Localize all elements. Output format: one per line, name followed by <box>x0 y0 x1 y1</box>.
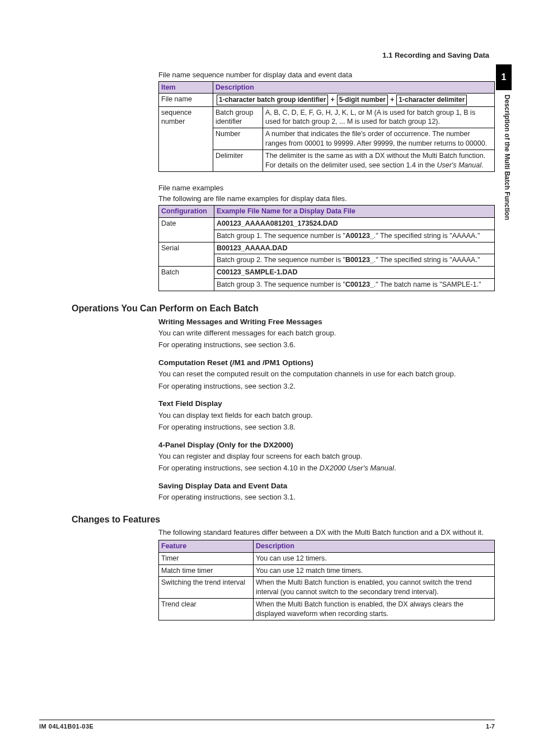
saving-data-heading: Saving Display Data and Event Data <box>158 481 495 491</box>
footer-page-num: 1-7 <box>486 722 495 731</box>
four-panel-p1: You can register and display four screen… <box>158 451 495 461</box>
writing-messages-p1: You can write different messages for eac… <box>158 328 495 338</box>
page-footer: IM 04L41B01-03E 1-7 <box>39 720 495 731</box>
four-panel-p2: For operating instructions, see section … <box>158 463 495 473</box>
plus-icon: + <box>330 96 334 104</box>
cell-date-desc: Batch group 1. The sequence number is "A… <box>214 230 495 242</box>
computation-reset-p2: For operating instructions, see section … <box>158 381 495 391</box>
changes-heading: Changes to Features <box>72 514 495 526</box>
changes-table: Feature Description Timer You can use 12… <box>158 540 495 620</box>
cell-bgi-label: Batch group identifier <box>213 106 263 128</box>
cell-timer-f: Timer <box>159 552 254 564</box>
computation-reset-p1: You can reset the computed result on the… <box>158 369 495 379</box>
cell-delimiter-desc: The delimiter is the same as with a DX w… <box>263 150 495 172</box>
th-description: Description <box>213 81 495 94</box>
format-box-2: 5-digit number <box>337 95 388 105</box>
chapter-number: 1 <box>496 64 512 90</box>
cell-delimiter-label: Delimiter <box>213 150 263 172</box>
th-feature: Feature <box>159 540 254 552</box>
examples-intro: The following are file name examples for… <box>158 194 495 204</box>
writing-messages-p2: For operating instructions, see section … <box>158 340 495 350</box>
changes-intro: The following standard features differ b… <box>158 528 495 538</box>
text-field-p2: For operating instructions, see section … <box>158 422 495 432</box>
four-panel-heading: 4-Panel Display (Only for the DX2000) <box>158 440 495 450</box>
footer-doc-id: IM 04L41B01-03E <box>39 722 93 731</box>
cell-bgi-desc: A, B, C, D, E, F, G, H, J, K, L, or M (A… <box>263 106 495 128</box>
cell-tc-d: When the Multi Batch function is enabled… <box>254 599 495 620</box>
cell-date-filename: A00123_AAAAA081201_173524.DAD <box>214 217 495 230</box>
table1-caption: File name sequence number for display da… <box>158 70 495 80</box>
cell-sti-f: Switching the trend interval <box>159 577 254 599</box>
cell-serial-filename: B00123_AAAAA.DAD <box>214 242 495 254</box>
th-configuration: Configuration <box>159 205 214 217</box>
th-item: Item <box>159 81 213 94</box>
cell-date-label: Date <box>159 217 214 242</box>
cell-sti-d: When the Multi Batch function is enabled… <box>254 577 495 599</box>
cell-mtt-d: You can use 12 match time timers. <box>254 564 495 577</box>
row-seq-item: sequence number <box>159 106 213 171</box>
row-file-name-item: File name <box>159 94 213 106</box>
file-name-sequence-table: Item Description File name 1-character b… <box>158 81 495 172</box>
th-desc: Description <box>254 540 495 552</box>
cell-number-desc: A number that indicates the file's order… <box>263 128 495 150</box>
operations-heading: Operations You Can Perform on Each Batch <box>72 302 495 315</box>
examples-title: File name examples <box>158 183 495 193</box>
writing-messages-heading: Writing Messages and Writing Free Messag… <box>158 317 495 327</box>
saving-data-p1: For operating instructions, see section … <box>158 492 495 502</box>
plus-icon: + <box>390 96 394 104</box>
format-box-1: 1-character batch group identifier <box>217 95 328 105</box>
cell-batch-filename: C00123_SAMPLE-1.DAD <box>214 267 495 279</box>
text-field-heading: Text Field Display <box>158 399 495 409</box>
cell-batch-label: Batch <box>159 267 214 291</box>
running-header: 1.1 Recording and Saving Data <box>382 50 489 60</box>
text-field-p1: You can display text fields for each bat… <box>158 410 495 421</box>
chapter-title: Description of the Multi Batch Function <box>496 90 512 220</box>
cell-timer-d: You can use 12 timers. <box>254 552 495 564</box>
cell-serial-desc: Batch group 2. The sequence number is "B… <box>214 254 495 267</box>
file-name-examples-table: Configuration Example File Name for a Di… <box>158 205 495 291</box>
computation-reset-heading: Computation Reset (/M1 and /PM1 Options) <box>158 358 495 368</box>
chapter-tab: 1 Description of the Multi Batch Functio… <box>496 64 512 220</box>
cell-number-label: Number <box>213 128 263 150</box>
cell-tc-f: Trend clear <box>159 599 254 620</box>
cell-batch-desc: Batch group 3. The sequence number is "C… <box>214 279 495 291</box>
th-example: Example File Name for a Display Data Fil… <box>214 205 495 217</box>
cell-mtt-f: Match time timer <box>159 564 254 577</box>
cell-serial-label: Serial <box>159 242 214 267</box>
row-file-name-desc: 1-character batch group identifier+5-dig… <box>213 94 495 106</box>
format-box-3: 1-character delimiter <box>396 95 467 105</box>
